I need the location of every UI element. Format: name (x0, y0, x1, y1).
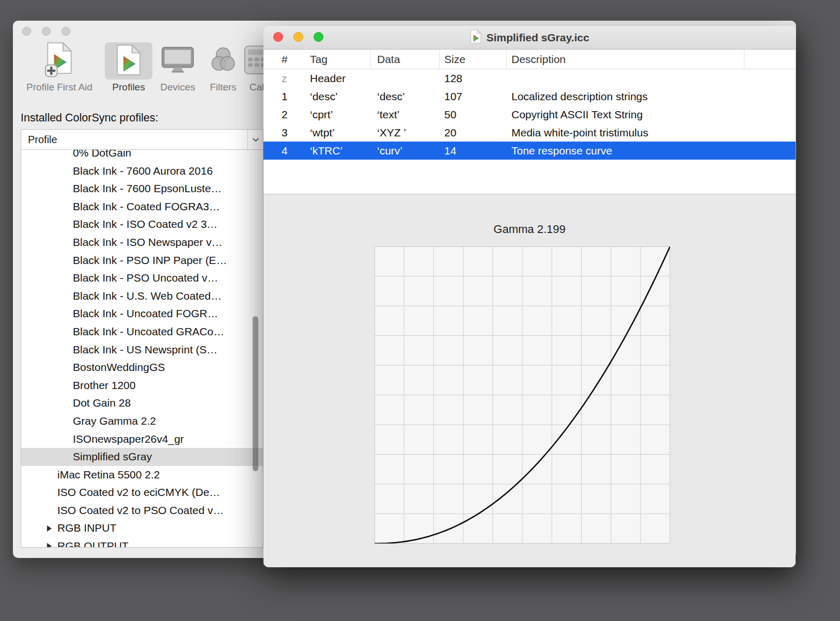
cell-size: 20 (440, 123, 507, 142)
profile-list-item[interactable]: Black Ink - Uncoated GRACo… (21, 323, 263, 341)
profile-list-item[interactable]: Black Ink - ISO Newspaper v… (21, 234, 263, 252)
column-dropdown-button[interactable] (247, 130, 263, 149)
cell-tag: ‘wtpt’ (302, 123, 371, 142)
profile-name: Simplified sGray (73, 451, 152, 462)
profile-list-item[interactable]: Brother 1200 (21, 377, 263, 395)
profile-list-item[interactable]: Black Ink - PSO Uncoated v… (21, 269, 263, 287)
cell-num: 4 (263, 142, 302, 160)
devices-icon (161, 46, 194, 76)
titlebar[interactable]: Simplified sGray.icc (263, 26, 796, 50)
column-header-description[interactable]: Description (507, 50, 744, 69)
profile-name: ISOnewspaper26v4_gr (73, 433, 184, 445)
profile-list-item[interactable]: ISO Coated v2 to eciCMYK (De… (21, 484, 263, 502)
gamma-curve-chart (375, 246, 670, 544)
tag-table-row[interactable]: 1‘desc’‘desc’107Localized description st… (263, 87, 796, 105)
installed-profiles-heading: Installed ColorSync profiles: (21, 112, 158, 125)
cell-size: 128 (440, 69, 507, 87)
tag-table-row[interactable]: 4‘kTRC’‘curv’14Tone response curve (263, 142, 796, 160)
profile-name: Black Ink - ISO Newspaper v… (73, 236, 222, 248)
tag-table-header: # Tag Data Size Description (263, 50, 796, 69)
cell-desc: Tone response curve (507, 142, 744, 160)
tag-table-row[interactable]: zHeader128 (263, 69, 796, 87)
profile-list-inner: 0% DotGainBlack Ink - 7600 Aurora 2016Bl… (21, 150, 263, 548)
cell-desc: Media white-point tristimulus (507, 123, 744, 142)
profile-name: Black Ink - Uncoated GRACo… (73, 325, 224, 337)
cell-size: 50 (440, 105, 507, 123)
profile-list-item[interactable]: Black Ink - PSO INP Paper (E… (21, 252, 263, 270)
profile-name: Black Ink - ISO Coated v2 3… (73, 218, 217, 230)
profile-list-item[interactable]: Dot Gain 28 (21, 394, 263, 412)
profile-browser: Profile 0% DotGainBlack Ink - 7600 Auror… (21, 129, 263, 548)
column-header-size[interactable]: Size (440, 50, 507, 69)
profile-name: BostonWeddingGS (73, 361, 165, 373)
cell-num: 3 (263, 123, 302, 142)
disclosure-triangle-icon[interactable] (47, 543, 52, 548)
profile-name: Black Ink - PSO Uncoated v… (73, 272, 218, 284)
profile-name: Brother 1200 (73, 379, 135, 391)
cell-data (371, 69, 440, 87)
column-header-tag[interactable]: Tag (302, 50, 371, 69)
close-button[interactable] (22, 27, 31, 36)
profile-list-item[interactable]: Gray Gamma 2.2 (21, 412, 263, 430)
profile-column-header[interactable]: Profile (21, 129, 263, 150)
profile-list-item[interactable]: RGB INPUT (21, 519, 263, 537)
toolbar-label: Profile First Aid (18, 82, 101, 93)
disclosure-triangle-icon[interactable] (47, 525, 52, 532)
cell-tag: Header (302, 69, 371, 87)
cell-tag: ‘desc’ (302, 87, 371, 105)
close-button[interactable] (273, 32, 283, 42)
profile-list-item[interactable]: Black Ink - U.S. Web Coated… (21, 287, 263, 305)
profile-list-item[interactable]: BostonWeddingGS (21, 359, 263, 377)
cell-data: ‘curv’ (371, 142, 440, 160)
profile-list-item[interactable]: Simplified sGray (21, 448, 263, 466)
profile-name: Black Ink - US Newsprint (S… (73, 344, 217, 355)
profile-name: ISO Coated v2 to PSO Coated v… (57, 504, 224, 516)
zoom-button[interactable] (61, 27, 70, 36)
cell-desc: Localized description strings (507, 87, 744, 105)
column-header-data[interactable]: Data (371, 50, 440, 69)
profile-name: Black Ink - U.S. Web Coated… (73, 290, 222, 302)
tag-table: # Tag Data Size Description zHeader1281‘… (263, 50, 796, 194)
cell-tag: ‘kTRC’ (302, 142, 371, 160)
profile-list-item[interactable]: 0% DotGain (21, 150, 263, 162)
minimize-button[interactable] (42, 27, 51, 36)
tag-table-row[interactable]: 2‘cprt’‘text’50Copyright ASCII Text Stri… (263, 105, 796, 123)
profile-list-item[interactable]: RGB OUTPUT (21, 537, 263, 548)
chevron-down-icon (252, 137, 259, 142)
window-title: Simplified sGray.icc (486, 32, 589, 44)
cell-data: ‘desc’ (371, 87, 440, 105)
profile-list-item[interactable]: Black Ink - 7600 Aurora 2016 (21, 162, 263, 180)
minimize-button[interactable] (293, 32, 303, 42)
profile-first-aid-icon (45, 42, 74, 80)
gamma-value-label: Gamma 2.199 (263, 223, 796, 236)
scrollbar-thumb[interactable] (253, 316, 258, 471)
profile-list-item[interactable]: Black Ink - 7600 EpsonLuste… (21, 180, 263, 198)
cell-num: 2 (263, 105, 302, 123)
profile-column-label: Profile (28, 134, 57, 145)
profile-list-item[interactable]: iMac Retina 5500 2.2 (21, 466, 263, 484)
tag-table-row[interactable]: 3‘wtpt’‘XYZ ’20Media white-point tristim… (263, 123, 796, 142)
cell-num: 1 (263, 87, 302, 105)
profile-name: Black Ink - 7600 EpsonLuste… (73, 182, 222, 194)
column-header-number[interactable]: # (263, 50, 302, 69)
profile-name: RGB OUTPUT (57, 540, 129, 548)
profile-name: iMac Retina 5500 2.2 (57, 469, 160, 480)
profile-list-item[interactable]: ISO Coated v2 to PSO Coated v… (21, 502, 263, 520)
profiles-icon (115, 44, 143, 78)
profile-name: 0% DotGain (73, 150, 131, 159)
profile-name: Black Ink - 7600 Aurora 2016 (73, 165, 213, 177)
profile-list: 0% DotGainBlack Ink - 7600 Aurora 2016Bl… (21, 150, 263, 548)
profile-list-item[interactable]: Black Ink - Uncoated FOGR… (21, 305, 263, 323)
cell-desc (507, 69, 744, 87)
icc-profile-window: Simplified sGray.icc # Tag Data Size Des… (263, 26, 796, 567)
zoom-button[interactable] (314, 32, 323, 42)
cell-data: ‘XYZ ’ (371, 123, 440, 142)
profile-list-item[interactable]: Black Ink - Coated FOGRA3… (21, 198, 263, 216)
cell-desc: Copyright ASCII Text String (507, 105, 744, 123)
profile-list-item[interactable]: Black Ink - US Newsprint (S… (21, 341, 263, 359)
profile-list-item[interactable]: ISOnewspaper26v4_gr (21, 430, 263, 448)
toolbar-item-profile-first-aid[interactable]: Profile First Aid (18, 42, 101, 93)
curve-pane: Gamma 2.199 (263, 194, 796, 567)
cell-size: 107 (440, 87, 507, 105)
profile-list-item[interactable]: Black Ink - ISO Coated v2 3… (21, 215, 263, 234)
